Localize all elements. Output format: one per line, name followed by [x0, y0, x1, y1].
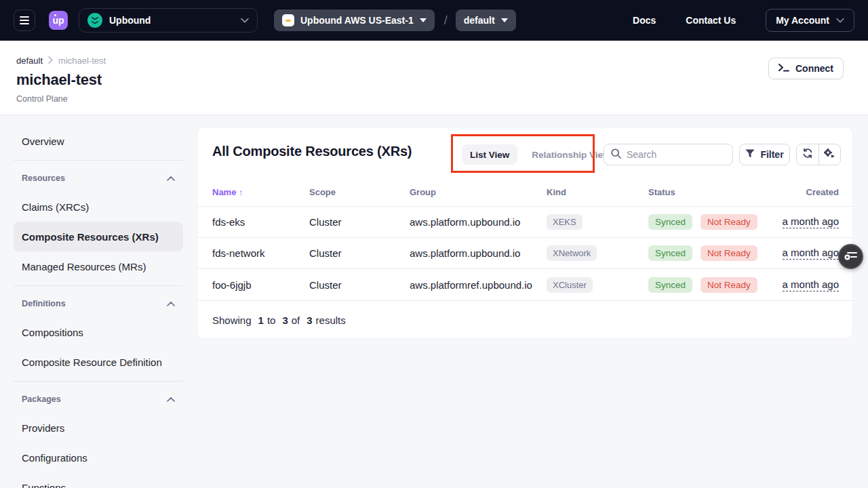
sidebar-item-overview[interactable]: Overview: [14, 126, 183, 156]
cell-kind: XNetwork: [547, 245, 648, 261]
hamburger-icon: [20, 16, 29, 24]
breadcrumb-org[interactable]: default: [16, 56, 43, 66]
sidebar-section-definitions[interactable]: Definitions: [14, 290, 183, 317]
not-ready-badge: Not Ready: [701, 214, 757, 230]
sidebar-item-functions[interactable]: Functions: [14, 472, 183, 488]
search-icon: [611, 148, 621, 161]
tab-relationship-view[interactable]: Relationship View: [532, 150, 610, 160]
cell-scope: Cluster: [309, 216, 410, 228]
chevron-down-icon: [241, 16, 249, 25]
filter-funnel-icon: [745, 149, 755, 160]
organization-icon: [87, 13, 102, 28]
sidebar-section-packages[interactable]: Packages: [14, 386, 183, 413]
breadcrumb-leaf: michael-test: [58, 56, 106, 66]
column-header-created: Created: [806, 187, 839, 197]
cell-name: foo-6jgjb: [212, 279, 309, 291]
sort-ascending-icon: ↑: [239, 187, 243, 197]
chevron-up-icon: [167, 302, 175, 306]
kind-badge: XEKS: [547, 214, 583, 230]
chevron-down-icon: [420, 18, 427, 22]
breadcrumb-separator: /: [444, 14, 448, 28]
tab-list-view[interactable]: List View: [462, 144, 517, 165]
control-plane-icon: [282, 14, 294, 26]
cell-group: aws.platformref.upbound.io: [410, 279, 547, 291]
sidebar-item-composite-resources[interactable]: Composite Resources (XRs): [14, 222, 183, 251]
column-header-status: Status: [648, 187, 777, 197]
table-row[interactable]: fds-network Cluster aws.platform.upbound…: [197, 238, 852, 269]
table-header-row: Name ↑ Scope Group Kind Status Created: [197, 178, 852, 207]
cell-created: a month ago: [783, 247, 839, 260]
sidebar: Overview Resources Claims (XRCs) Composi…: [14, 126, 183, 488]
search-input[interactable]: [627, 149, 715, 160]
not-ready-badge: Not Ready: [701, 245, 757, 261]
refresh-icon: [802, 148, 813, 161]
column-header-group: Group: [410, 187, 547, 197]
top-navbar: up Upbound Upbound AWS US-East-1 / defau…: [0, 0, 868, 41]
results-summary: Showing 1 to 3 of 3 results: [197, 300, 852, 339]
sidebar-item-compositions[interactable]: Compositions: [14, 317, 183, 347]
column-header-scope: Scope: [309, 187, 410, 197]
my-account-label: My Account: [776, 15, 829, 26]
cell-group: aws.platform.upbound.io: [410, 247, 547, 259]
sidebar-item-composite-resource-definition[interactable]: Composite Resource Definition: [14, 347, 183, 377]
menu-button[interactable]: [14, 9, 35, 31]
result-to: 3: [282, 314, 288, 326]
sidebar-item-claims[interactable]: Claims (XRCs): [14, 192, 183, 222]
table-row[interactable]: foo-6jgjb Cluster aws.platformref.upboun…: [197, 269, 852, 300]
filter-label: Filter: [760, 149, 783, 160]
panel-title: All Composite Resources (XRs): [212, 144, 412, 159]
cell-scope: Cluster: [309, 247, 410, 259]
cell-kind: XEKS: [547, 214, 648, 230]
sidebar-item-providers[interactable]: Providers: [14, 413, 183, 443]
kind-badge: XNetwork: [547, 245, 597, 261]
table-actions-group: [796, 144, 841, 165]
sidebar-item-configurations[interactable]: Configurations: [14, 443, 183, 472]
connect-button[interactable]: Connect: [768, 58, 844, 79]
logo-text: up: [52, 15, 64, 26]
filter-button[interactable]: Filter: [739, 144, 790, 165]
cell-created: a month ago: [783, 216, 839, 228]
kind-badge: XCluster: [547, 277, 593, 293]
terminal-icon: [778, 63, 789, 74]
cell-kind: XCluster: [547, 277, 648, 293]
section-title: Definitions: [22, 299, 66, 308]
cell-status: Synced Not Ready: [648, 245, 777, 261]
control-plane-name: Upbound AWS US-East-1: [300, 15, 414, 26]
synced-badge: Synced: [648, 277, 692, 293]
connect-label: Connect: [795, 63, 833, 74]
sidebar-item-managed-resources[interactable]: Managed Resources (MRs): [14, 251, 183, 281]
changelog-widget-button[interactable]: [838, 244, 863, 269]
column-header-name[interactable]: Name ↑: [212, 187, 309, 197]
contact-us-link[interactable]: Contact Us: [686, 15, 736, 26]
auto-refresh-settings-button[interactable]: [818, 144, 841, 165]
result-total: 3: [307, 314, 312, 326]
refresh-button[interactable]: [797, 144, 818, 165]
chevron-right-icon: [48, 56, 53, 66]
cell-created: a month ago: [783, 279, 839, 291]
docs-link[interactable]: Docs: [633, 15, 656, 26]
control-plane-selector[interactable]: Upbound AWS US-East-1: [274, 9, 435, 31]
upbound-logo[interactable]: up: [49, 11, 68, 30]
panel-header: All Composite Resources (XRs) List View …: [197, 127, 852, 178]
my-account-button[interactable]: My Account: [766, 9, 854, 32]
breadcrumb: default michael-test: [16, 56, 868, 66]
page-subtitle: Control Plane: [16, 94, 868, 104]
section-title: Packages: [22, 394, 61, 404]
sidebar-divider: [14, 285, 183, 286]
composite-resources-table: Name ↑ Scope Group Kind Status Created f…: [197, 178, 852, 300]
chevron-up-icon: [167, 397, 175, 402]
organization-selector[interactable]: Upbound: [79, 8, 258, 33]
sidebar-divider: [14, 160, 183, 161]
group-selector[interactable]: default: [456, 9, 516, 31]
chevron-down-icon: [836, 16, 844, 25]
cell-status: Synced Not Ready: [648, 277, 777, 293]
cell-status: Synced Not Ready: [648, 214, 777, 230]
result-from: 1: [258, 314, 264, 326]
table-row[interactable]: fds-eks Cluster aws.platform.upbound.io …: [197, 207, 852, 238]
page-header: default michael-test michael-test Contro…: [0, 41, 868, 115]
view-toggle: List View Relationship View: [462, 144, 610, 165]
sidebar-section-resources[interactable]: Resources: [14, 165, 183, 192]
search-box[interactable]: [604, 144, 733, 165]
sidebar-divider: [14, 381, 183, 382]
group-name: default: [464, 15, 495, 26]
